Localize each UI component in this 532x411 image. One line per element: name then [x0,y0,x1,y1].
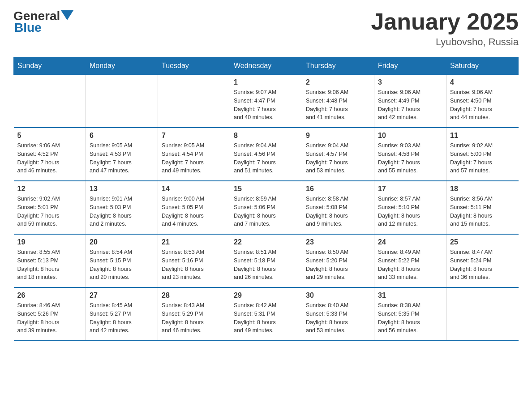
day-info: Sunrise: 8:54 AMSunset: 5:15 PMDaylight:… [90,248,154,282]
day-number: 30 [306,291,370,300]
calendar-cell: 11Sunrise: 9:02 AMSunset: 5:00 PMDayligh… [446,128,519,181]
day-info: Sunrise: 8:43 AMSunset: 5:29 PMDaylight:… [162,301,226,335]
calendar-cell [14,75,86,128]
day-number: 13 [90,185,154,193]
day-number: 18 [450,185,515,193]
calendar-cell [158,75,230,128]
calendar-cell: 31Sunrise: 8:38 AMSunset: 5:35 PMDayligh… [374,287,446,341]
calendar-cell: 27Sunrise: 8:45 AMSunset: 5:27 PMDayligh… [86,287,158,341]
week-row-5: 26Sunrise: 8:46 AMSunset: 5:26 PMDayligh… [14,287,519,341]
calendar-cell: 22Sunrise: 8:51 AMSunset: 5:18 PMDayligh… [230,234,302,287]
header-day-monday: Monday [86,57,158,75]
day-number: 16 [306,185,370,193]
header-row: SundayMondayTuesdayWednesdayThursdayFrid… [14,57,519,75]
calendar-cell: 13Sunrise: 9:01 AMSunset: 5:03 PMDayligh… [86,181,158,234]
calendar-subtitle: Lyubovsho, Russia [371,36,519,48]
day-info: Sunrise: 8:59 AMSunset: 5:06 PMDaylight:… [234,195,298,228]
header-day-tuesday: Tuesday [158,57,230,75]
header-day-sunday: Sunday [14,57,86,75]
day-number: 23 [306,238,370,246]
day-number: 29 [234,291,298,300]
day-number: 8 [234,132,298,140]
calendar-cell: 30Sunrise: 8:40 AMSunset: 5:33 PMDayligh… [302,287,374,341]
day-info: Sunrise: 9:00 AMSunset: 5:05 PMDaylight:… [162,195,226,228]
day-info: Sunrise: 9:07 AMSunset: 4:47 PMDaylight:… [234,88,298,122]
calendar-cell: 20Sunrise: 8:54 AMSunset: 5:15 PMDayligh… [86,234,158,287]
day-number: 21 [162,238,226,246]
day-number: 4 [450,78,515,86]
day-info: Sunrise: 8:47 AMSunset: 5:24 PMDaylight:… [450,248,515,282]
day-info: Sunrise: 9:06 AMSunset: 4:52 PMDaylight:… [17,141,82,175]
day-number: 11 [450,132,515,140]
calendar-body: 1Sunrise: 9:07 AMSunset: 4:47 PMDaylight… [14,75,519,341]
calendar-cell: 9Sunrise: 9:04 AMSunset: 4:57 PMDaylight… [302,128,374,181]
week-row-2: 5Sunrise: 9:06 AMSunset: 4:52 PMDaylight… [14,128,519,181]
header-day-saturday: Saturday [446,57,519,75]
day-info: Sunrise: 8:53 AMSunset: 5:16 PMDaylight:… [162,248,226,282]
day-number: 10 [378,132,442,140]
day-info: Sunrise: 8:50 AMSunset: 5:20 PMDaylight:… [306,248,370,282]
day-number: 22 [234,238,298,246]
day-number: 12 [17,185,82,193]
calendar-cell: 23Sunrise: 8:50 AMSunset: 5:20 PMDayligh… [302,234,374,287]
day-info: Sunrise: 8:51 AMSunset: 5:18 PMDaylight:… [234,248,298,282]
day-info: Sunrise: 9:06 AMSunset: 4:49 PMDaylight:… [378,88,442,122]
day-info: Sunrise: 8:58 AMSunset: 5:08 PMDaylight:… [306,195,370,228]
day-number: 14 [162,185,226,193]
calendar-cell: 18Sunrise: 8:56 AMSunset: 5:11 PMDayligh… [446,181,519,234]
calendar-cell: 21Sunrise: 8:53 AMSunset: 5:16 PMDayligh… [158,234,230,287]
day-info: Sunrise: 8:40 AMSunset: 5:33 PMDaylight:… [306,301,370,335]
day-info: Sunrise: 9:04 AMSunset: 4:57 PMDaylight:… [306,141,370,175]
day-info: Sunrise: 8:45 AMSunset: 5:27 PMDaylight:… [90,301,154,335]
calendar-cell: 6Sunrise: 9:05 AMSunset: 4:53 PMDaylight… [86,128,158,181]
calendar-cell: 24Sunrise: 8:49 AMSunset: 5:22 PMDayligh… [374,234,446,287]
day-number: 2 [306,78,370,86]
calendar-cell: 25Sunrise: 8:47 AMSunset: 5:24 PMDayligh… [446,234,519,287]
header-day-friday: Friday [374,57,446,75]
day-number: 3 [378,78,442,86]
header-day-thursday: Thursday [302,57,374,75]
calendar-cell: 16Sunrise: 8:58 AMSunset: 5:08 PMDayligh… [302,181,374,234]
calendar-cell: 14Sunrise: 9:00 AMSunset: 5:05 PMDayligh… [158,181,230,234]
calendar-cell: 3Sunrise: 9:06 AMSunset: 4:49 PMDaylight… [374,75,446,128]
day-info: Sunrise: 9:04 AMSunset: 4:56 PMDaylight:… [234,141,298,175]
day-info: Sunrise: 9:02 AMSunset: 5:01 PMDaylight:… [17,195,82,228]
calendar-cell: 17Sunrise: 8:57 AMSunset: 5:10 PMDayligh… [374,181,446,234]
day-info: Sunrise: 9:02 AMSunset: 5:00 PMDaylight:… [450,141,515,175]
day-number: 27 [90,291,154,300]
day-info: Sunrise: 9:05 AMSunset: 4:54 PMDaylight:… [162,141,226,175]
day-info: Sunrise: 8:56 AMSunset: 5:11 PMDaylight:… [450,195,515,228]
day-number: 19 [17,238,82,246]
day-info: Sunrise: 8:57 AMSunset: 5:10 PMDaylight:… [378,195,442,228]
logo-blue: Blue [14,21,42,35]
day-number: 7 [162,132,226,140]
day-number: 28 [162,291,226,300]
calendar-cell: 29Sunrise: 8:42 AMSunset: 5:31 PMDayligh… [230,287,302,341]
calendar-cell: 1Sunrise: 9:07 AMSunset: 4:47 PMDaylight… [230,75,302,128]
week-row-3: 12Sunrise: 9:02 AMSunset: 5:01 PMDayligh… [14,181,519,234]
day-info: Sunrise: 8:42 AMSunset: 5:31 PMDaylight:… [234,301,298,335]
day-info: Sunrise: 8:49 AMSunset: 5:22 PMDaylight:… [378,248,442,282]
calendar-cell: 7Sunrise: 9:05 AMSunset: 4:54 PMDaylight… [158,128,230,181]
page-header: General Blue January 2025 Lyubovsho, Rus… [13,9,519,48]
day-number: 5 [17,132,82,140]
calendar-cell: 8Sunrise: 9:04 AMSunset: 4:56 PMDaylight… [230,128,302,181]
day-number: 26 [17,291,82,300]
day-number: 6 [90,132,154,140]
day-number: 9 [306,132,370,140]
calendar-cell: 15Sunrise: 8:59 AMSunset: 5:06 PMDayligh… [230,181,302,234]
day-info: Sunrise: 8:38 AMSunset: 5:35 PMDaylight:… [378,301,442,335]
week-row-4: 19Sunrise: 8:55 AMSunset: 5:13 PMDayligh… [14,234,519,287]
calendar-cell: 10Sunrise: 9:03 AMSunset: 4:58 PMDayligh… [374,128,446,181]
day-info: Sunrise: 9:06 AMSunset: 4:50 PMDaylight:… [450,88,515,122]
day-number: 20 [90,238,154,246]
calendar-cell [86,75,158,128]
logo-triangle-icon [61,10,73,23]
day-info: Sunrise: 9:01 AMSunset: 5:03 PMDaylight:… [90,195,154,228]
calendar-title: January 2025 [371,9,519,34]
day-info: Sunrise: 8:46 AMSunset: 5:26 PMDaylight:… [17,301,82,335]
day-number: 1 [234,78,298,86]
day-number: 17 [378,185,442,193]
day-number: 25 [450,238,515,246]
day-number: 24 [378,238,442,246]
